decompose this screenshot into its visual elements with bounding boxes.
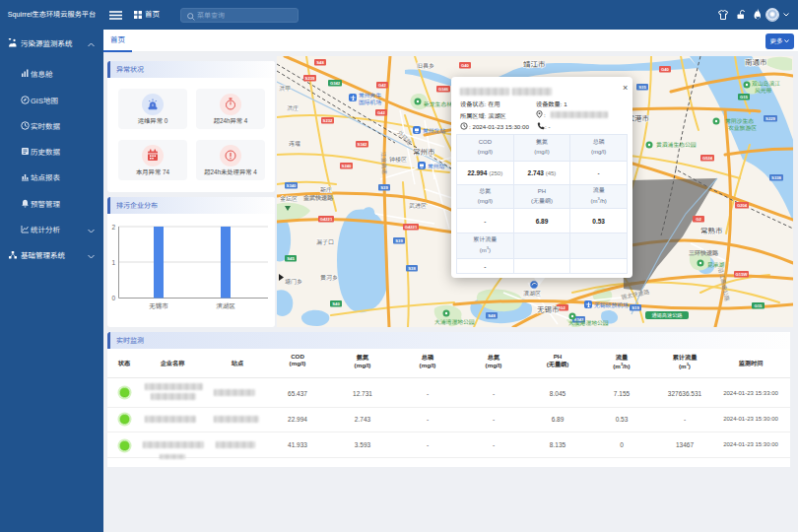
- svg-text:连堰: 连堰: [289, 140, 300, 147]
- svg-text:G2: G2: [560, 305, 565, 310]
- svg-text:G4221: G4221: [320, 217, 333, 222]
- svg-text:S39: S39: [380, 185, 388, 190]
- svg-text:G524: G524: [702, 156, 713, 161]
- svg-text:双山岛滨江: 双山岛滨江: [752, 81, 780, 87]
- svg-text:通锡高速公路: 通锡高速公路: [651, 312, 683, 318]
- svg-text:S40: S40: [332, 301, 340, 306]
- svg-text:S340: S340: [287, 183, 297, 188]
- svg-text:G15: G15: [755, 303, 764, 308]
- svg-text:S232: S232: [323, 118, 333, 123]
- svg-text:旧县乡: 旧县乡: [417, 62, 434, 69]
- svg-text:常州奔牛: 常州奔牛: [359, 93, 381, 99]
- svg-text:滨湖区: 滨湖区: [523, 290, 541, 297]
- svg-text:金坛区: 金坛区: [280, 195, 298, 202]
- svg-text:黄泗浦生态公园: 黄泗浦生态公园: [656, 142, 697, 148]
- svg-text:武进区: 武进区: [409, 203, 427, 209]
- svg-text:G204: G204: [737, 203, 748, 208]
- svg-text:昆承湖: 昆承湖: [707, 262, 725, 268]
- svg-text:常州站: 常州站: [428, 164, 445, 169]
- svg-text:S48: S48: [316, 60, 324, 65]
- svg-text:S229: S229: [765, 116, 775, 121]
- svg-text:金武快速路: 金武快速路: [302, 194, 334, 201]
- svg-text:G42: G42: [377, 110, 386, 115]
- svg-text:常熟市: 常熟市: [700, 227, 723, 235]
- svg-text:S240: S240: [342, 164, 352, 168]
- svg-text:S239: S239: [305, 76, 315, 81]
- svg-text:G40: G40: [461, 63, 470, 68]
- svg-text:G2: G2: [696, 217, 701, 222]
- svg-text:S342: S342: [358, 142, 367, 147]
- svg-text:新庄: 新庄: [320, 186, 332, 193]
- svg-text:G15: G15: [740, 95, 749, 100]
- svg-text:G4221: G4221: [405, 225, 418, 230]
- svg-text:国际机场: 国际机场: [359, 100, 381, 105]
- svg-text:风光带: 风光带: [755, 88, 772, 94]
- svg-text:三环快速路: 三环快速路: [689, 249, 719, 256]
- svg-text:南通市: 南通市: [745, 58, 767, 67]
- svg-text:江宜高速: 江宜高速: [380, 152, 387, 175]
- svg-text:0: 0: [111, 295, 115, 301]
- svg-text:滨湖区: 滨湖区: [216, 302, 235, 309]
- svg-text:洪庄: 洪庄: [287, 104, 299, 111]
- svg-text:1: 1: [111, 259, 115, 266]
- svg-text:大浦湾湿地公园: 大浦湾湿地公园: [434, 319, 475, 325]
- svg-text:常州市: 常州市: [413, 148, 435, 157]
- svg-text:S35: S35: [638, 85, 646, 90]
- svg-text:塘门乡: 塘门乡: [285, 278, 302, 285]
- svg-text:2: 2: [111, 224, 115, 231]
- svg-text:S19: S19: [632, 305, 639, 310]
- svg-text:G342: G342: [330, 81, 341, 86]
- svg-text:无锡市: 无锡市: [149, 302, 168, 309]
- svg-text:无锡市: 无锡市: [537, 305, 560, 314]
- svg-text:洪甲: 洪甲: [279, 86, 291, 92]
- svg-text:无锡硕放机场: 无锡硕放机场: [594, 302, 629, 308]
- svg-text:S45: S45: [287, 256, 295, 261]
- svg-text:S338: S338: [771, 175, 781, 180]
- svg-text:G15W: G15W: [736, 272, 748, 277]
- svg-text:漏子口: 漏子口: [316, 239, 334, 245]
- svg-text:靖江市: 靖江市: [523, 60, 546, 69]
- svg-text:新龙生态林: 新龙生态林: [424, 101, 452, 107]
- svg-text:大溪港湿地公园: 大溪港湿地公园: [568, 320, 609, 326]
- svg-text:S48: S48: [488, 313, 496, 318]
- svg-text:钟楼区: 钟楼区: [389, 156, 407, 163]
- svg-text:常州北站: 常州北站: [423, 128, 445, 134]
- svg-text:G346: G346: [438, 87, 449, 92]
- svg-text:S38: S38: [408, 266, 416, 271]
- svg-text:黄河乡: 黄河乡: [320, 274, 338, 281]
- svg-text:农业旅游区: 农业旅游区: [728, 125, 757, 131]
- svg-text:S39: S39: [395, 238, 403, 243]
- svg-text:G42: G42: [378, 83, 387, 88]
- svg-text:常阴沙生态: 常阴沙生态: [725, 118, 754, 124]
- svg-text:G40: G40: [661, 67, 670, 72]
